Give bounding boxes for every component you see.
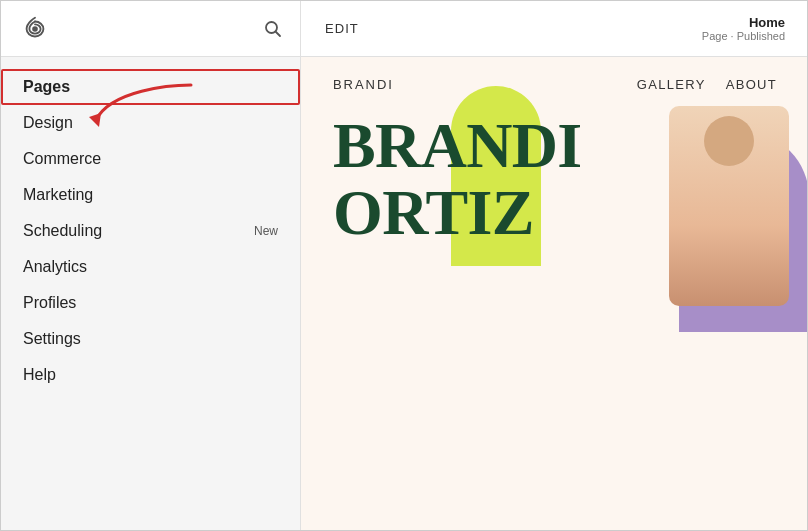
- sidebar-item-pages[interactable]: Pages: [1, 69, 300, 105]
- page-status: Page · Published: [702, 30, 785, 42]
- app-container: EDIT Home Page · Published Pages Des: [1, 1, 808, 531]
- page-info: Home Page · Published: [702, 15, 785, 42]
- sidebar-item-design[interactable]: Design: [1, 105, 300, 141]
- sidebar: Pages Design Commerce Marketing Scheduli…: [1, 57, 301, 531]
- sidebar-item-label: Profiles: [23, 294, 76, 312]
- preview-hero: BRANDI ORTIZ: [301, 102, 808, 246]
- sidebar-item-label: Marketing: [23, 186, 93, 204]
- sidebar-item-settings[interactable]: Settings: [1, 321, 300, 357]
- main-content: Pages Design Commerce Marketing Scheduli…: [1, 57, 808, 531]
- preview-nav-links: GALLERY ABOUT: [637, 77, 777, 92]
- sidebar-item-marketing[interactable]: Marketing: [1, 177, 300, 213]
- hero-line2: ORTIZ: [333, 177, 534, 248]
- scheduling-badge: New: [254, 224, 278, 238]
- editor-top-area: EDIT Home Page · Published: [301, 1, 808, 57]
- sidebar-item-label: Commerce: [23, 150, 101, 168]
- preview-nav-about: ABOUT: [726, 77, 777, 92]
- preview-brand: BRANDI: [333, 77, 394, 92]
- preview-nav-gallery: GALLERY: [637, 77, 706, 92]
- person-image: [669, 106, 789, 306]
- sidebar-item-commerce[interactable]: Commerce: [1, 141, 300, 177]
- editor-area: BRANDI GALLERY ABOUT BRANDI ORTIZ: [301, 57, 808, 531]
- sidebar-item-scheduling[interactable]: Scheduling New: [1, 213, 300, 249]
- sidebar-item-analytics[interactable]: Analytics: [1, 249, 300, 285]
- sidebar-item-label: Design: [23, 114, 73, 132]
- sidebar-item-help[interactable]: Help: [1, 357, 300, 393]
- sidebar-item-label: Analytics: [23, 258, 87, 276]
- svg-line-2: [276, 31, 281, 36]
- website-preview: BRANDI GALLERY ABOUT BRANDI ORTIZ: [301, 57, 808, 531]
- svg-point-0: [32, 26, 38, 32]
- sidebar-top-area: [1, 1, 301, 57]
- edit-label: EDIT: [325, 21, 359, 36]
- sidebar-item-label: Scheduling: [23, 222, 102, 240]
- hero-line1: BRANDI: [333, 110, 582, 181]
- search-button[interactable]: [264, 20, 282, 38]
- preview-nav: BRANDI GALLERY ABOUT: [301, 57, 808, 102]
- sidebar-item-label: Pages: [23, 78, 70, 96]
- sidebar-item-label: Help: [23, 366, 56, 384]
- sidebar-item-label: Settings: [23, 330, 81, 348]
- sidebar-item-profiles[interactable]: Profiles: [1, 285, 300, 321]
- page-title: Home: [702, 15, 785, 30]
- logo-icon[interactable]: [19, 13, 51, 45]
- top-bar: EDIT Home Page · Published: [1, 1, 808, 57]
